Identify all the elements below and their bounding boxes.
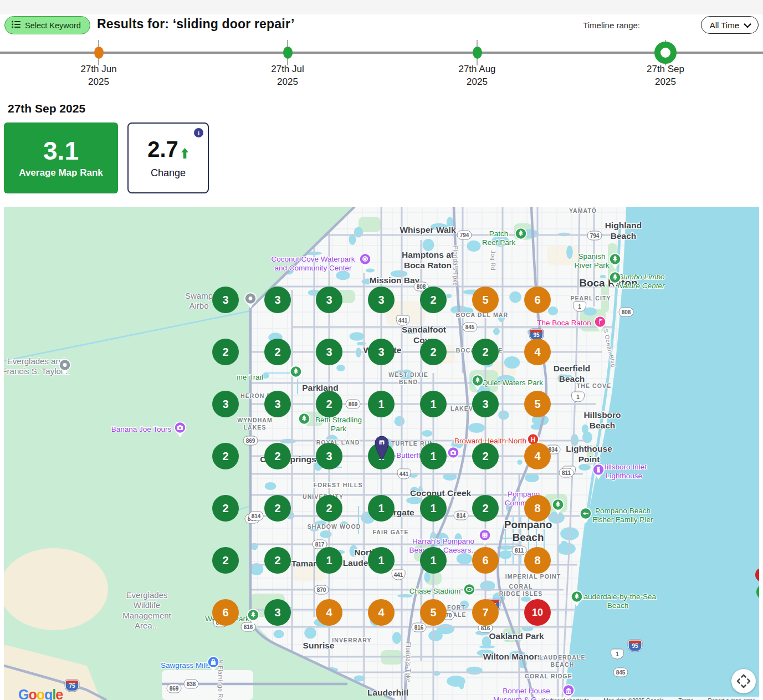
rank-marker[interactable]: 3 xyxy=(472,391,499,417)
timeline-point-selected[interactable] xyxy=(654,42,677,64)
rank-marker[interactable]: 5 xyxy=(472,287,499,313)
attribution-item: Map data ©2025 Google xyxy=(603,698,664,700)
timeline-range-dropdown[interactable]: All Time xyxy=(701,16,759,34)
rank-marker[interactable]: 2 xyxy=(264,547,291,574)
tree-pin-icon[interactable] xyxy=(298,412,311,432)
tree-pin-icon[interactable] xyxy=(514,227,528,247)
rank-marker[interactable]: 3 xyxy=(212,287,239,313)
rank-marker[interactable]: 2 xyxy=(264,443,291,469)
road-shield: 814 xyxy=(249,512,264,521)
rank-marker[interactable]: 6 xyxy=(524,287,551,313)
rank-marker[interactable]: 2 xyxy=(212,443,239,469)
timeline-track[interactable] xyxy=(0,52,763,54)
bag-pin-icon[interactable] xyxy=(207,656,220,675)
rank-marker[interactable]: 1 xyxy=(420,495,447,522)
rank-marker[interactable]: 5 xyxy=(420,599,447,626)
rank-marker[interactable]: 2 xyxy=(316,391,342,417)
camera-pin-icon[interactable] xyxy=(173,421,187,441)
road-shield: 794 xyxy=(457,231,472,240)
rank-marker[interactable]: 4 xyxy=(368,599,395,626)
rank-marker[interactable]: 4 xyxy=(316,599,342,626)
change-label: Change xyxy=(151,167,186,179)
rank-marker[interactable]: 3 xyxy=(316,339,342,365)
rank-marker[interactable]: 7 xyxy=(472,599,499,626)
city-label: Oakland Park xyxy=(489,631,544,642)
rank-marker[interactable]: 1 xyxy=(420,547,447,574)
tree-pin-icon[interactable] xyxy=(570,590,583,610)
tree-pin-icon[interactable] xyxy=(608,253,622,272)
rank-marker[interactable]: 1 xyxy=(368,391,395,417)
rank-marker[interactable]: 1 xyxy=(420,391,447,417)
neighborhood-label: CORAL RIDGE xyxy=(525,673,572,680)
rank-marker[interactable]: 8 xyxy=(524,547,551,574)
edge-rank-marker xyxy=(756,585,759,599)
road-shield: 441 xyxy=(396,315,410,326)
rank-marker[interactable]: 2 xyxy=(212,547,239,574)
rank-marker[interactable]: 1 xyxy=(420,443,447,469)
rank-marker[interactable]: 6 xyxy=(212,599,239,626)
rank-marker[interactable]: 4 xyxy=(524,443,551,469)
dot-pin-icon[interactable] xyxy=(58,359,71,378)
tree-pin-icon[interactable] xyxy=(608,271,622,290)
road-shield: 808 xyxy=(619,308,634,317)
rank-marker[interactable]: 3 xyxy=(212,391,239,417)
city-label: Lauderhill xyxy=(367,688,408,698)
golf-pin-icon[interactable] xyxy=(593,315,607,335)
tree-pin-icon[interactable] xyxy=(551,498,565,518)
lighthouse-pin-icon[interactable] xyxy=(592,463,605,483)
rank-marker[interactable]: 3 xyxy=(264,287,291,313)
fish-pin-icon[interactable] xyxy=(579,507,592,527)
info-icon[interactable]: i xyxy=(194,128,203,137)
rank-marker[interactable]: 3 xyxy=(368,339,395,365)
stadium-pin-icon[interactable] xyxy=(463,583,476,602)
business-location-pin[interactable] xyxy=(373,435,390,463)
timeline-tick xyxy=(98,40,99,65)
rank-marker[interactable]: 2 xyxy=(472,443,499,469)
rank-marker[interactable]: 2 xyxy=(420,287,447,313)
average-map-rank-label: Average Map Rank xyxy=(19,167,103,178)
google-logo-letter: o xyxy=(37,687,44,700)
rank-marker[interactable]: 2 xyxy=(472,495,499,522)
attribution-item: Keyboard shortcuts xyxy=(541,698,589,700)
rank-marker[interactable]: 1 xyxy=(316,547,342,574)
rank-marker[interactable]: 4 xyxy=(524,339,551,365)
tree-pin-icon[interactable] xyxy=(289,365,303,385)
rank-marker[interactable]: 2 xyxy=(212,495,239,522)
timeline-point[interactable] xyxy=(94,47,104,59)
rank-marker[interactable]: 3 xyxy=(316,287,342,313)
rank-marker[interactable]: 3 xyxy=(264,599,291,626)
rank-grid-map[interactable]: Boca RatonPompanoBeachMission BayWhisper… xyxy=(4,207,759,700)
change-value: 2.7 xyxy=(147,137,178,161)
road-shield: 95 xyxy=(628,640,642,652)
rank-marker[interactable]: 2 xyxy=(420,339,447,365)
road-shield: 1 xyxy=(573,302,586,312)
rank-marker[interactable]: 2 xyxy=(264,339,291,365)
rank-marker[interactable]: 3 xyxy=(264,391,291,417)
poi-label: Coconut Cove Waterparkand Community Cent… xyxy=(271,255,355,273)
rank-marker[interactable]: 2 xyxy=(316,495,342,522)
rank-marker[interactable]: 3 xyxy=(316,443,342,469)
rank-marker[interactable]: 2 xyxy=(264,495,291,522)
rank-marker[interactable]: 5 xyxy=(524,391,551,417)
neighborhood-label: SHADOW WOOD xyxy=(308,523,361,530)
timeline-point[interactable] xyxy=(473,47,482,59)
change-card: i 2.7 Change xyxy=(127,122,209,193)
rank-marker[interactable]: 8 xyxy=(524,495,551,522)
dot-pin-icon[interactable] xyxy=(244,292,257,311)
select-keyword-button[interactable]: Select Keyword xyxy=(4,16,90,34)
rank-marker[interactable]: 1 xyxy=(368,547,395,574)
timeline-point[interactable] xyxy=(283,47,293,59)
rank-marker[interactable]: 2 xyxy=(212,339,239,365)
tree-pin-icon[interactable] xyxy=(247,609,260,628)
rank-marker[interactable]: 2 xyxy=(472,339,499,365)
camera-pin-icon[interactable] xyxy=(447,446,460,466)
rank-marker[interactable]: 1 xyxy=(368,495,395,522)
rank-marker[interactable]: 6 xyxy=(472,547,499,574)
dice-pin-icon[interactable] xyxy=(478,529,491,548)
wheel-pin-icon[interactable] xyxy=(359,253,372,272)
pan-fullscreen-button[interactable] xyxy=(731,669,756,693)
rank-marker[interactable]: 10 xyxy=(524,599,551,626)
tree-pin-icon[interactable] xyxy=(471,374,484,394)
timeline-point-label: 27th Jul2025 xyxy=(249,63,326,89)
rank-marker[interactable]: 3 xyxy=(368,287,395,313)
